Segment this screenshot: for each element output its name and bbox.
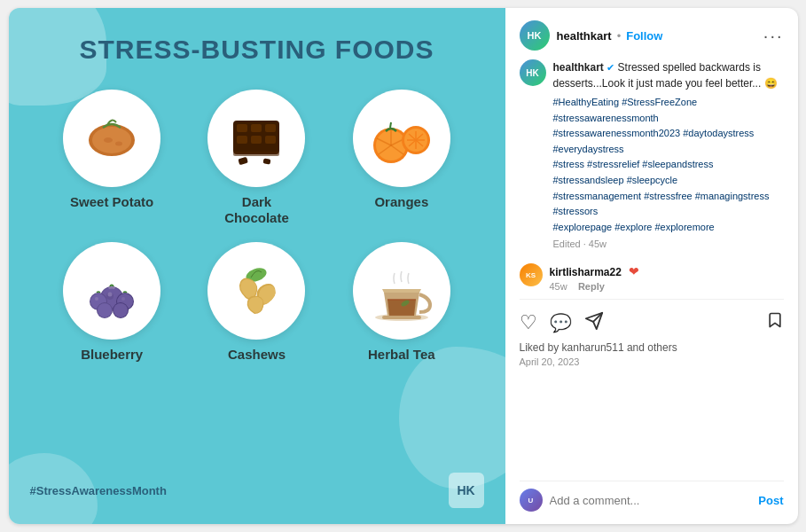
svg-rect-6 (251, 124, 262, 132)
reply-button[interactable]: Reply (578, 281, 605, 292)
svg-rect-10 (265, 136, 276, 144)
svg-rect-7 (265, 124, 276, 132)
food-label-herbal-tea: Herbal Tea (368, 347, 435, 363)
more-options-button[interactable]: ··· (763, 27, 784, 44)
comment-button[interactable]: 💬 (550, 314, 572, 332)
svg-rect-8 (237, 136, 247, 144)
follow-button[interactable]: Follow (626, 29, 662, 43)
post-details-panel: HK healthkart • Follow ··· HK healthkart… (505, 8, 798, 524)
svg-rect-12 (239, 157, 248, 165)
food-label-oranges: Oranges (374, 194, 428, 210)
like-button[interactable]: ♡ (520, 313, 537, 332)
caption-section: HK healthkart ✔ Stressed spelled backwar… (520, 59, 784, 249)
svg-point-37 (95, 297, 98, 301)
dot-separator: • (617, 29, 622, 43)
comment-row: KS kirtlisharma22 ❤ 45w Reply (520, 263, 784, 292)
food-label-dark-chocolate: DarkChocolate (224, 194, 289, 226)
comment-avatar: KS (520, 263, 543, 286)
hk-logo: HK (449, 473, 484, 508)
food-image-sweet-potato (63, 90, 160, 187)
decorative-blob-bottomright (399, 347, 505, 489)
food-item-herbal-tea: Herbal Tea (333, 242, 469, 363)
bottom-bar: #StressAwarenessMonth HK (9, 473, 505, 508)
profile-name[interactable]: healthkart (557, 29, 612, 43)
food-item-sweet-potato: Sweet Potato (44, 90, 180, 226)
comment-meta: 45w Reply (550, 281, 784, 292)
profile-row: HK healthkart • Follow (520, 20, 663, 51)
foods-grid: Sweet Potato (35, 90, 479, 363)
food-label-blueberry: Blueberry (81, 347, 143, 363)
comment-time: 45w (550, 281, 567, 292)
post-date: April 20, 2023 (520, 356, 784, 367)
svg-point-2 (104, 137, 113, 143)
food-item-dark-chocolate: DarkChocolate (189, 90, 325, 226)
heart-icon: ❤ (629, 264, 639, 278)
food-item-cashews: Cashews (189, 242, 325, 363)
avatar[interactable]: HK (520, 20, 550, 51)
add-comment-row: U Post (520, 481, 784, 512)
bottom-hashtag: #StressAwarenessMonth (30, 484, 167, 497)
verified-badge: ✔ (606, 62, 614, 73)
food-label-cashews: Cashews (228, 347, 286, 363)
caption-username[interactable]: healthkart (553, 61, 604, 74)
post-comment-button[interactable]: Post (758, 494, 783, 507)
likes-text: Liked by kanharun511 and others (520, 341, 784, 354)
likes-label: Liked by kanharun511 and others (520, 341, 677, 354)
edited-time: Edited · 45w (553, 239, 784, 249)
comment-content: kirtlisharma22 ❤ 45w Reply (550, 263, 784, 292)
food-image-herbal-tea (353, 242, 450, 340)
actions-row: ♡ 💬 (520, 307, 784, 339)
food-image-cashews (207, 242, 305, 340)
comment-input[interactable] (550, 494, 752, 507)
svg-rect-9 (251, 136, 262, 144)
caption-avatar: HK (520, 59, 546, 86)
food-image-blueberry (63, 242, 160, 340)
svg-point-3 (115, 142, 122, 146)
food-image-oranges (353, 90, 450, 187)
food-image-dark-chocolate (207, 90, 305, 187)
svg-point-35 (113, 303, 128, 317)
bookmark-button[interactable] (766, 310, 784, 335)
caption-text: healthkart ✔ Stressed spelled backwards … (553, 59, 784, 91)
svg-point-33 (98, 303, 112, 317)
svg-rect-13 (263, 158, 271, 164)
post-image-panel: STRESS-BUSTING FOODS Sweet Potato (9, 8, 505, 524)
svg-rect-11 (233, 152, 279, 156)
post-header: HK healthkart • Follow ··· (520, 20, 784, 51)
infographic-title: STRESS-BUSTING FOODS (35, 35, 479, 65)
food-item-oranges: Oranges (333, 90, 469, 226)
svg-point-36 (108, 293, 113, 297)
food-item-blueberry: Blueberry (44, 242, 180, 363)
hashtags-text: #HealthyEating #StressFreeZone #stressaw… (553, 95, 784, 235)
svg-rect-5 (237, 124, 247, 132)
action-icons: ♡ 💬 (520, 311, 604, 334)
comment-username[interactable]: kirtlisharma22 (550, 266, 622, 278)
divider (520, 299, 784, 300)
profile-name-row: healthkart • Follow (557, 29, 663, 43)
instagram-post-card: STRESS-BUSTING FOODS Sweet Potato (9, 8, 798, 524)
user-avatar-comment: U (520, 489, 543, 512)
svg-point-38 (121, 297, 125, 301)
share-button[interactable] (584, 311, 604, 334)
food-label-sweet-potato: Sweet Potato (70, 194, 153, 210)
